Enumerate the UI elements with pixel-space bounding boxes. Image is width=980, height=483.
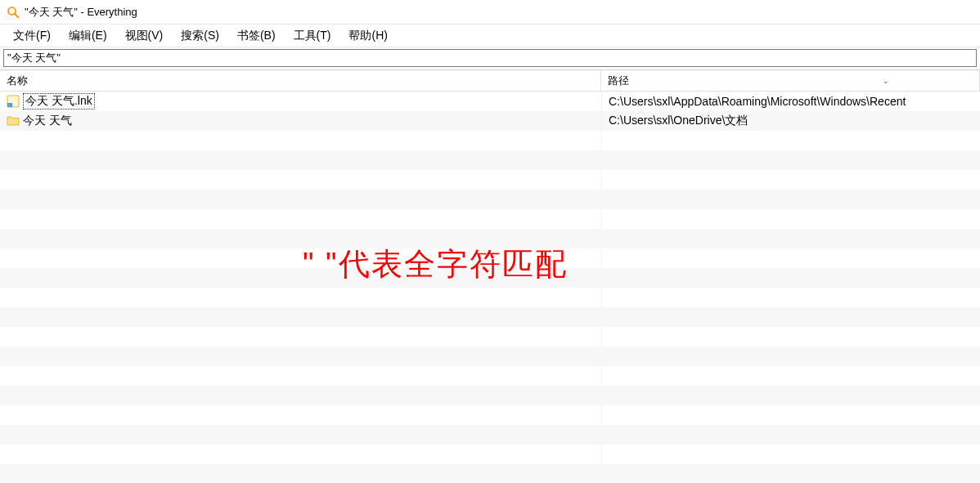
menu-edit[interactable]: 编辑(E) — [61, 26, 115, 46]
column-header-path-label: 路径 — [608, 74, 629, 88]
search-bar — [0, 47, 980, 70]
menu-tools[interactable]: 工具(T) — [285, 26, 339, 46]
column-header-path[interactable]: 路径 ⌄ — [601, 70, 980, 91]
path-label: C:\Users\sxl\AppData\Roaming\Microsoft\W… — [609, 95, 906, 108]
table-row[interactable]: 今天 天气.lnk C:\Users\sxl\AppData\Roaming\M… — [0, 92, 980, 111]
menu-file[interactable]: 文件(F) — [5, 26, 59, 46]
window-title: "今天 天气" - Everything — [25, 5, 137, 20]
cell-name: 今天 天气.lnk — [0, 92, 601, 111]
menu-view[interactable]: 视图(V) — [117, 26, 172, 46]
table-row[interactable]: 今天 天气 C:\Users\sxl\OneDrive\文档 — [0, 111, 980, 131]
column-header-name[interactable]: 名称 — [0, 70, 601, 91]
cell-path: C:\Users\sxl\AppData\Roaming\Microsoft\W… — [601, 92, 980, 111]
sort-indicator-icon: ⌄ — [883, 77, 889, 85]
menu-help[interactable]: 帮助(H) — [340, 26, 395, 46]
search-input[interactable] — [3, 49, 977, 67]
cell-path: C:\Users\sxl\OneDrive\文档 — [601, 111, 980, 131]
title-bar: "今天 天气" - Everything — [0, 0, 980, 25]
menu-search[interactable]: 搜索(S) — [173, 26, 227, 46]
file-name-label: 今天 天气 — [23, 114, 72, 128]
app-icon — [7, 6, 20, 19]
menu-bar: 文件(F) 编辑(E) 视图(V) 搜索(S) 书签(B) 工具(T) 帮助(H… — [0, 25, 980, 47]
column-headers: 名称 路径 ⌄ — [0, 70, 980, 92]
results-list[interactable]: 今天 天气.lnk C:\Users\sxl\AppData\Roaming\M… — [0, 92, 980, 483]
shortcut-icon — [7, 95, 20, 108]
folder-icon — [7, 114, 20, 127]
cell-name: 今天 天气 — [0, 111, 601, 131]
file-name-label: 今天 天气.lnk — [23, 93, 95, 110]
menu-bookmarks[interactable]: 书签(B) — [229, 26, 284, 46]
path-label: C:\Users\sxl\OneDrive\文档 — [609, 114, 748, 128]
svg-line-1 — [15, 14, 18, 17]
row-stripes — [0, 92, 980, 483]
